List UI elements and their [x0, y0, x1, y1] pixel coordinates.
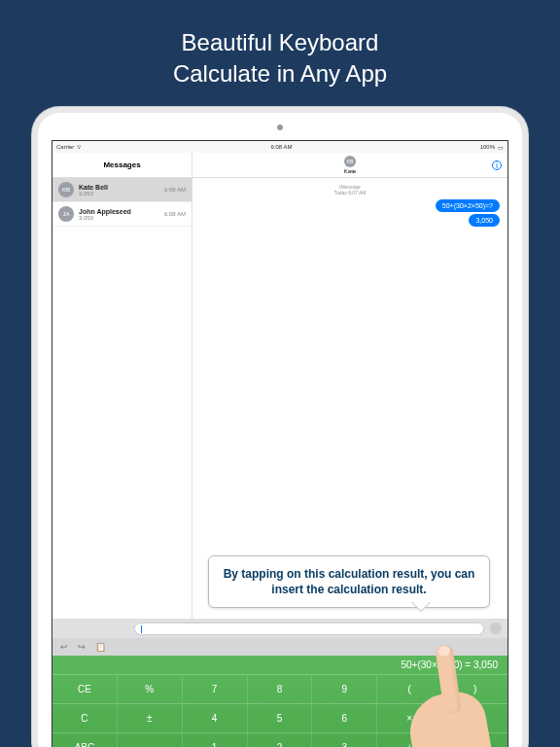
- battery-icon: ▭: [498, 144, 504, 151]
- conversations-sidebar: Messages KBKate Bell3,0506:08 AMJAJohn A…: [52, 153, 192, 619]
- chat-header-name: Kate: [344, 168, 356, 174]
- calc-key-8[interactable]: 8: [248, 674, 313, 703]
- conv-preview: 3,050: [79, 215, 159, 221]
- ipad-frame: Carrier ᯤ 6:08 AM 100% ▭ Messages KBKate…: [32, 107, 528, 747]
- calc-key-5[interactable]: 5: [248, 703, 313, 732]
- calc-key-1[interactable]: 1: [183, 732, 248, 747]
- calc-key-C[interactable]: C: [52, 703, 118, 732]
- battery-pct: 100%: [480, 144, 495, 150]
- sidebar-title: Messages: [52, 153, 192, 178]
- wifi-icon: ᯤ: [77, 144, 83, 150]
- calc-key-3[interactable]: 3: [312, 732, 377, 747]
- message-bubble[interactable]: 3,050: [469, 214, 500, 227]
- clipboard-icon[interactable]: 📋: [95, 642, 106, 652]
- calc-key-ABC[interactable]: ABC: [52, 732, 118, 747]
- tooltip-callout: By tapping on this calculation result, y…: [208, 555, 490, 608]
- calc-key-4[interactable]: 4: [183, 703, 248, 732]
- calc-key-blank: [118, 732, 183, 747]
- status-bar: Carrier ᯤ 6:08 AM 100% ▭: [52, 141, 508, 153]
- avatar: JA: [58, 206, 74, 222]
- carrier-label: Carrier: [56, 144, 74, 150]
- redo-icon[interactable]: ↪: [78, 642, 86, 652]
- calc-key-9[interactable]: 9: [312, 674, 377, 703]
- message-bubble[interactable]: 50+(30×2×50)=?: [436, 199, 500, 212]
- chat-header-avatar[interactable]: KB: [344, 156, 356, 167]
- clock: 6:08 AM: [270, 144, 292, 150]
- compose-bar: [52, 619, 508, 638]
- conv-preview: 3,050: [79, 191, 159, 196]
- info-icon[interactable]: i: [492, 160, 502, 170]
- conversation-item[interactable]: KBKate Bell3,0506:08 AM: [52, 178, 192, 202]
- calc-key-CE[interactable]: CE: [52, 674, 118, 703]
- calc-key-%[interactable]: %: [118, 674, 183, 703]
- avatar: KB: [58, 182, 74, 197]
- camera-dot: [277, 124, 283, 130]
- message-input[interactable]: [134, 622, 484, 635]
- chat-pane: KB Kate i iMessage Today 6:07 AM 50+(30×…: [192, 153, 508, 619]
- ipad-bezel: Carrier ᯤ 6:08 AM 100% ▭ Messages KBKate…: [38, 113, 522, 747]
- calc-key-±[interactable]: ±: [118, 703, 183, 732]
- screen: Carrier ᯤ 6:08 AM 100% ▭ Messages KBKate…: [52, 140, 508, 747]
- conv-name: John Appleseed: [79, 208, 159, 215]
- chat-meta: iMessage Today 6:07 AM: [200, 184, 500, 196]
- promo-line1: Beautiful Keyboard: [0, 27, 560, 58]
- conversation-item[interactable]: JAJohn Appleseed3,0506:08 AM: [52, 202, 192, 227]
- conv-time: 6:08 AM: [164, 187, 186, 193]
- chat-body[interactable]: iMessage Today 6:07 AM 50+(30×2×50)=?3,0…: [192, 178, 508, 619]
- chat-header: KB Kate i: [192, 153, 508, 178]
- calc-key-7[interactable]: 7: [183, 674, 248, 703]
- conv-time: 6:08 AM: [164, 211, 186, 217]
- promo-title: Beautiful Keyboard Calculate in Any App: [0, 0, 560, 110]
- calc-key-2[interactable]: 2: [248, 732, 313, 747]
- promo-line2: Calculate in Any App: [0, 58, 560, 89]
- mic-icon[interactable]: [490, 622, 502, 634]
- calc-key-6[interactable]: 6: [312, 703, 377, 732]
- hand-illustration: [401, 645, 488, 747]
- undo-icon[interactable]: ↩: [60, 642, 68, 652]
- conv-name: Kate Bell: [79, 184, 159, 191]
